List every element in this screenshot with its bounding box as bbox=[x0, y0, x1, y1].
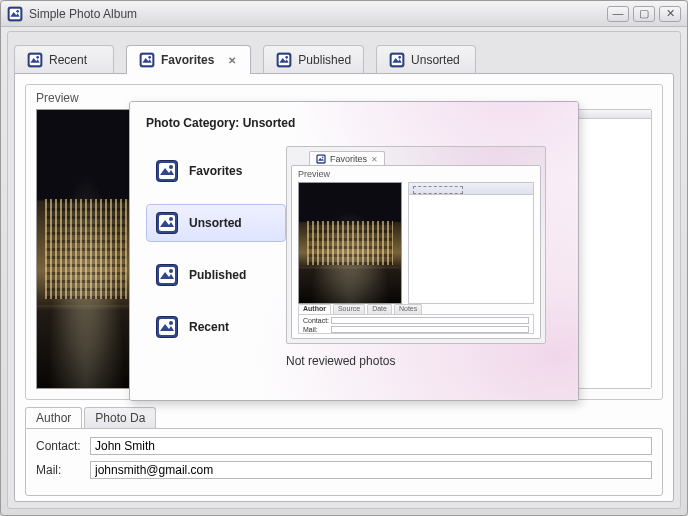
close-icon: ✕ bbox=[371, 155, 378, 164]
tab-favorites[interactable]: Favorites ✕ bbox=[126, 45, 251, 74]
mail-label: Mail: bbox=[36, 463, 82, 477]
preview-thumbnail[interactable] bbox=[36, 109, 136, 389]
photo-icon bbox=[389, 52, 405, 68]
tab-label: Author bbox=[36, 411, 71, 425]
tab-photo-data[interactable]: Photo Da bbox=[84, 407, 156, 428]
popover-title: Photo Category: Unsorted bbox=[146, 116, 562, 130]
category-preview-mockup: Favorites ✕ Preview bbox=[286, 146, 546, 344]
close-icon[interactable]: ✕ bbox=[226, 54, 238, 66]
tab-label: Photo Da bbox=[95, 411, 145, 425]
titlebar[interactable]: Simple Photo Album — ▢ ✕ bbox=[1, 1, 687, 27]
tab-label: Published bbox=[298, 53, 351, 67]
photo-icon bbox=[316, 154, 326, 164]
category-label: Favorites bbox=[189, 164, 242, 178]
maximize-button[interactable]: ▢ bbox=[633, 6, 655, 22]
author-panel: Contact: Mail: bbox=[25, 428, 663, 496]
mini-mail-input bbox=[331, 326, 529, 333]
mini-tab-author: Author bbox=[298, 304, 331, 314]
mini-thumbnail bbox=[298, 182, 402, 304]
category-published[interactable]: Published bbox=[146, 256, 286, 294]
category-favorites[interactable]: Favorites bbox=[146, 152, 286, 190]
category-popover: Photo Category: Unsorted Favorites Unsor… bbox=[129, 101, 579, 401]
contact-label: Contact: bbox=[36, 439, 82, 453]
tab-label: Recent bbox=[49, 53, 87, 67]
close-button[interactable]: ✕ bbox=[659, 6, 681, 22]
category-caption: Not reviewed photos bbox=[286, 354, 395, 368]
mini-contact-label: Contact: bbox=[303, 317, 327, 324]
tab-unsorted[interactable]: Unsorted bbox=[376, 45, 476, 74]
main-tabstrip: Recent Favorites ✕ Published Unsorted bbox=[8, 32, 680, 74]
mini-mail-label: Mail: bbox=[303, 326, 327, 333]
photo-icon bbox=[27, 52, 43, 68]
mini-tab-favorites: Favorites ✕ bbox=[309, 151, 385, 166]
contact-input[interactable] bbox=[90, 437, 652, 455]
mini-tab-date: Date bbox=[367, 304, 392, 314]
mail-input[interactable] bbox=[90, 461, 652, 479]
category-label: Unsorted bbox=[189, 216, 242, 230]
category-unsorted[interactable]: Unsorted bbox=[146, 204, 286, 242]
tab-author[interactable]: Author bbox=[25, 407, 82, 428]
category-recent[interactable]: Recent bbox=[146, 308, 286, 346]
tab-label: Unsorted bbox=[411, 53, 460, 67]
app-window: Simple Photo Album — ▢ ✕ Recent Favorite… bbox=[0, 0, 688, 516]
photo-icon bbox=[155, 159, 179, 183]
mini-contact-input bbox=[331, 317, 529, 324]
tab-label: Favorites bbox=[161, 53, 214, 67]
bottom-tabs: Author Photo Da Contact: Mail: bbox=[25, 406, 663, 496]
category-list: Favorites Unsorted Published Recent bbox=[146, 146, 286, 376]
photo-icon bbox=[276, 52, 292, 68]
mini-preview-label: Preview bbox=[292, 166, 540, 182]
photo-icon bbox=[155, 263, 179, 287]
tab-published[interactable]: Published bbox=[263, 45, 364, 74]
category-label: Published bbox=[189, 268, 246, 282]
app-icon bbox=[7, 6, 23, 22]
category-label: Recent bbox=[189, 320, 229, 334]
window-title: Simple Photo Album bbox=[29, 7, 137, 21]
mini-tab-notes: Notes bbox=[394, 304, 422, 314]
mini-details bbox=[408, 182, 534, 304]
photo-icon bbox=[155, 211, 179, 235]
photo-icon bbox=[139, 52, 155, 68]
minimize-button[interactable]: — bbox=[607, 6, 629, 22]
tab-recent[interactable]: Recent bbox=[14, 45, 114, 74]
photo-icon bbox=[155, 315, 179, 339]
mini-tab-source: Source bbox=[333, 304, 365, 314]
